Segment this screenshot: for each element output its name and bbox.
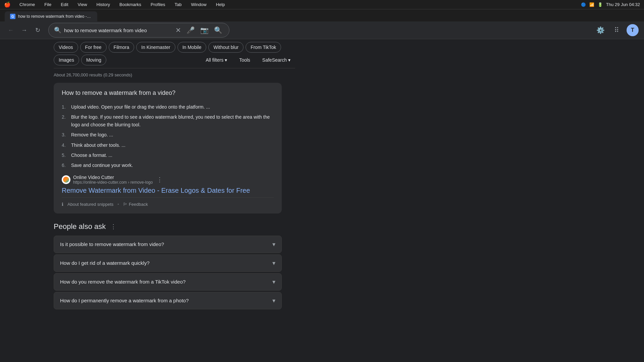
all-filters-button[interactable]: All filters ▾: [201, 55, 232, 65]
tab-bar: G how to remove watermark from video - G…: [0, 9, 644, 21]
result-title-link[interactable]: Remove Watermark from Video - Erase Logo…: [62, 186, 274, 195]
filter-moving[interactable]: Moving: [81, 55, 106, 65]
safe-search-button[interactable]: SafeSearch ▾: [258, 55, 295, 65]
filter-tabs: Videos For free Filmora In Kinemaster In…: [54, 39, 295, 68]
paa-question-1: How do I get rid of a watermark quickly?: [60, 260, 150, 266]
source-name: Online Video Cutter: [73, 175, 153, 180]
info-icon: ℹ: [62, 202, 63, 207]
paa-chevron-2-icon: ▾: [272, 278, 275, 286]
snippet-steps-list: 1. Upload video. Open your file or drag …: [62, 102, 274, 171]
featured-snippet: How to remove a watermark from a video? …: [54, 83, 282, 214]
paa-chevron-0-icon: ▾: [272, 241, 275, 248]
paa-header: People also ask ⋮: [54, 222, 282, 232]
filter-from-tiktok[interactable]: From TikTok: [246, 42, 281, 53]
address-bar-row: ← → ↻ 🔍 ✕ 🎤 📷 🔍 ⚙️ ⠿ T: [0, 21, 644, 39]
mac-menubar: 🍎 Chrome File Edit View History Bookmark…: [0, 0, 644, 9]
people-also-ask-section: People also ask ⋮ Is it possible to remo…: [54, 222, 282, 309]
dot-separator: •: [117, 202, 119, 207]
menu-edit[interactable]: Edit: [59, 1, 70, 8]
lens-search-button[interactable]: 📷: [199, 25, 210, 36]
address-search-bar[interactable]: 🔍 ✕ 🎤 📷 🔍: [48, 23, 229, 38]
paa-question-3: How do I permanently remove a watermark …: [60, 298, 189, 303]
menu-view[interactable]: View: [76, 1, 89, 8]
snippet-footer: ℹ About featured snippets • 🏳 Feedback: [62, 197, 274, 207]
paa-chevron-3-icon: ▾: [272, 297, 275, 304]
paa-menu-button[interactable]: ⋮: [109, 222, 118, 232]
tools-button[interactable]: Tools: [234, 55, 255, 65]
menu-bookmarks[interactable]: Bookmarks: [117, 1, 143, 8]
avatar[interactable]: T: [627, 24, 639, 36]
voice-search-button[interactable]: 🎤: [185, 25, 196, 36]
paa-item-0[interactable]: Is it possible to remove watermark from …: [54, 236, 282, 253]
source-favicon: [62, 175, 70, 184]
header-right-actions: ⚙️ ⠿ T: [594, 24, 639, 36]
about-featured-snippets-link[interactable]: About featured snippets: [67, 202, 113, 207]
filter-videos[interactable]: Videos: [54, 42, 78, 53]
source-info: Online Video Cutter https://online-video…: [73, 175, 153, 185]
apps-button[interactable]: ⠿: [610, 24, 623, 36]
source-row: Online Video Cutter https://online-video…: [62, 171, 274, 186]
filter-in-mobile[interactable]: In Mobile: [177, 42, 207, 53]
bluetooth-icon: 🔵: [581, 2, 586, 7]
clock-display: Thu 29 Jun 04:32: [606, 2, 640, 7]
paa-item-3[interactable]: How do I permanently remove a watermark …: [54, 292, 282, 309]
settings-button[interactable]: ⚙️: [594, 24, 606, 36]
apple-logo-icon: 🍎: [4, 1, 11, 8]
paa-chevron-1-icon: ▾: [272, 259, 275, 267]
snippet-step-1: 1. Upload video. Open your file or drag …: [62, 102, 274, 112]
menu-tab[interactable]: Tab: [172, 1, 183, 8]
filter-without-blur[interactable]: Without blur: [208, 42, 244, 53]
wifi-icon: 📶: [589, 2, 594, 7]
feedback-link[interactable]: 🏳 Feedback: [123, 202, 148, 207]
snippet-step-5: 5. Choose a format. ...: [62, 150, 274, 160]
menu-help[interactable]: Help: [214, 1, 227, 8]
clear-search-button[interactable]: ✕: [174, 25, 182, 36]
tab-favicon: G: [10, 14, 15, 19]
results-count: About 26,700,000 results (0.29 seconds): [54, 68, 295, 83]
paa-item-1[interactable]: How do I get rid of a watermark quickly?…: [54, 254, 282, 272]
search-input[interactable]: [64, 27, 171, 33]
filter-for-free[interactable]: For free: [80, 42, 107, 53]
menu-chrome[interactable]: Chrome: [17, 1, 37, 8]
paa-title: People also ask: [54, 222, 106, 231]
filter-right-controls: All filters ▾ Tools SafeSearch ▾: [201, 55, 295, 65]
refresh-button[interactable]: ↻: [32, 25, 43, 36]
right-sidebar: [295, 39, 436, 362]
menu-history[interactable]: History: [95, 1, 112, 8]
filter-images[interactable]: Images: [54, 55, 79, 65]
snippet-step-3: 3. Remove the logo. ...: [62, 130, 274, 140]
menu-window[interactable]: Window: [189, 1, 208, 8]
source-menu-button[interactable]: ⋮: [155, 175, 164, 184]
menubar-right-icons: 🔵 📶 🔋 Thu 29 Jun 04:32: [581, 2, 640, 7]
main-content: Videos For free Filmora In Kinemaster In…: [0, 39, 644, 362]
tab-title: how to remove watermark from video - Goo…: [18, 14, 92, 19]
menu-file[interactable]: File: [42, 1, 53, 8]
snippet-question: How to remove a watermark from a video?: [62, 89, 274, 97]
browser-chrome: G how to remove watermark from video - G…: [0, 9, 644, 39]
snippet-step-6: 6. Save and continue your work.: [62, 160, 274, 170]
snippet-step-2: 2. Blur the logo. If you need to see a v…: [62, 112, 274, 130]
menu-profiles[interactable]: Profiles: [149, 1, 167, 8]
active-tab[interactable]: G how to remove watermark from video - G…: [5, 11, 97, 21]
search-submit-button[interactable]: 🔍: [213, 25, 224, 36]
filter-filmora[interactable]: Filmora: [109, 42, 135, 53]
search-icon: 🔍: [54, 26, 61, 34]
back-button[interactable]: ←: [5, 25, 16, 36]
filter-in-kinemaster[interactable]: In Kinemaster: [136, 42, 175, 53]
paa-item-2[interactable]: How do you remove the watermark from a T…: [54, 273, 282, 291]
battery-icon: 🔋: [598, 2, 603, 7]
results-area: Videos For free Filmora In Kinemaster In…: [0, 39, 295, 362]
forward-button[interactable]: →: [19, 25, 30, 36]
feedback-icon: 🏳: [123, 202, 127, 207]
safe-search-chevron-icon: ▾: [288, 57, 290, 63]
paa-question-2: How do you remove the watermark from a T…: [60, 279, 185, 285]
snippet-step-4: 4. Think about other tools. ...: [62, 140, 274, 150]
all-filters-chevron-icon: ▾: [225, 57, 227, 63]
paa-question-0: Is it possible to remove watermark from …: [60, 241, 164, 247]
source-favicon-icon: [63, 177, 69, 183]
source-url: https://online-video-cutter.com › remove…: [73, 180, 153, 185]
